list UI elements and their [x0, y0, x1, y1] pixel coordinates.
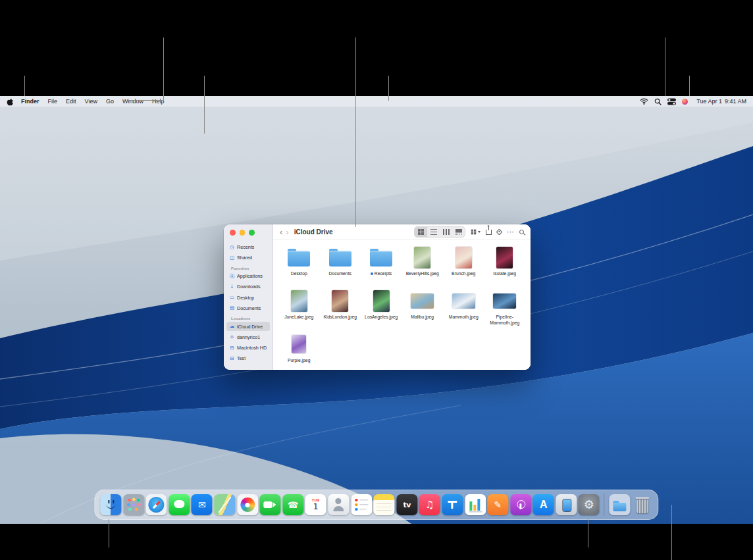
dock-notes[interactable]: [374, 494, 395, 515]
file-name: Purple.jpeg: [288, 358, 310, 364]
trash-callout: [671, 505, 672, 560]
search-icon: [519, 230, 524, 234]
dock-finder[interactable]: [100, 494, 121, 515]
image-thumbnail: [411, 289, 434, 313]
search-button[interactable]: [519, 230, 524, 234]
dock-messages[interactable]: [169, 494, 190, 515]
dock-tv[interactable]: tv: [396, 494, 417, 515]
app-menu-finder[interactable]: Finder: [21, 98, 39, 105]
sidebar-item-test[interactable]: ⊟Test: [226, 354, 270, 363]
menu-bar-clock[interactable]: Tue Apr 19:41 AM: [694, 98, 746, 105]
file-mammoth-jpeg[interactable]: Mammoth.jpeg: [443, 289, 484, 331]
apple-menu[interactable]: [7, 97, 14, 106]
dock-launchpad[interactable]: [123, 494, 144, 515]
sidebar-item-label: dannyrico1: [237, 334, 260, 340]
file-documents[interactable]: Documents: [320, 245, 361, 288]
sidebar-item-documents[interactable]: ▤Documents: [226, 303, 270, 313]
sidebar-item-dannyrico1[interactable]: ⌂dannyrico1: [226, 332, 270, 342]
wifi-icon[interactable]: [640, 98, 648, 105]
sidebar-item-recents[interactable]: ◷Recents: [226, 243, 270, 252]
dock-calendar[interactable]: TUE1: [305, 494, 326, 515]
dock-trash[interactable]: [632, 494, 653, 515]
file-receipts[interactable]: Receipts: [361, 245, 402, 288]
more-button[interactable]: ⋯: [507, 228, 514, 236]
pages-icon: ✎: [487, 494, 508, 515]
dock-facetime[interactable]: [260, 494, 281, 515]
sidebar-item-label: iCloud Drive: [237, 324, 263, 330]
control-center-callout: [689, 76, 690, 96]
spotlight-icon[interactable]: [654, 98, 662, 105]
file-losangeles-jpeg[interactable]: LosAngeles.jpeg: [361, 289, 402, 331]
dock-separator: [604, 494, 604, 516]
dock-phone[interactable]: ☎: [282, 494, 303, 515]
dock-maps[interactable]: [214, 494, 235, 515]
file-beverlyhills-jpeg[interactable]: BeverlyHills.jpeg: [402, 245, 444, 288]
grid-view-icon: [418, 229, 424, 235]
dock-downloads[interactable]: [609, 494, 630, 515]
list-view-icon: [430, 229, 437, 235]
file-junelake-jpeg[interactable]: JuneLake.jpeg: [278, 289, 320, 331]
file-kidslondon-jpeg[interactable]: KidsLondon.jpeg: [320, 289, 361, 331]
sidebar-item-applications[interactable]: ⒶApplications: [226, 272, 270, 281]
folder-icon: [329, 245, 351, 269]
dock-mail[interactable]: ✉: [192, 494, 213, 515]
dock-contacts[interactable]: [328, 494, 349, 515]
control-center-icon[interactable]: [667, 98, 676, 105]
file-purple-jpeg[interactable]: Purple.jpeg: [278, 332, 320, 370]
dock-keynote[interactable]: [442, 494, 463, 515]
dock-iphone-mirroring[interactable]: [556, 494, 577, 515]
downloads-icon: ↓: [229, 284, 235, 290]
view-switcher: [414, 226, 465, 238]
menu-help[interactable]: Help: [152, 98, 165, 105]
folder-icon: [370, 245, 392, 269]
menu-window[interactable]: Window: [122, 98, 143, 105]
image-thumbnail: [493, 289, 516, 313]
close-button[interactable]: [230, 230, 236, 236]
minimize-button[interactable]: [240, 230, 246, 236]
share-button[interactable]: [486, 230, 492, 235]
sidebar-item-downloads[interactable]: ↓Downloads: [226, 282, 270, 292]
dock-app-store[interactable]: A: [533, 494, 554, 515]
forward-button[interactable]: ›: [286, 228, 288, 236]
dock-finder-callout: [109, 519, 109, 547]
sidebar-item-shared[interactable]: ◫Shared: [226, 253, 270, 263]
folder-icon: [288, 245, 310, 269]
column-view-button[interactable]: [440, 227, 452, 237]
menu-bar-status: Tue Apr 19:41 AM: [640, 98, 746, 105]
dock-pages[interactable]: ✎: [487, 494, 508, 515]
file-desktop[interactable]: Desktop: [278, 245, 320, 288]
icon-view-button[interactable]: [415, 227, 427, 237]
sidebar-item-macintosh-hd[interactable]: ⊟Macintosh HD: [226, 344, 270, 353]
zoom-button[interactable]: [249, 230, 255, 236]
file-name: Documents: [329, 271, 351, 277]
menu-bar-time: 9:41 AM: [725, 98, 746, 105]
sidebar-item-desktop[interactable]: ▭Desktop: [226, 293, 270, 302]
dock-photos[interactable]: [237, 494, 258, 515]
group-button[interactable]: [471, 229, 480, 235]
gallery-view-button[interactable]: [452, 227, 465, 237]
file-isolate-jpeg[interactable]: Isolate.jpeg: [484, 245, 526, 288]
file-pipeline-mammoth-jpeg[interactable]: Pipeline-Mammoth.jpeg: [484, 289, 526, 331]
menu-edit[interactable]: Edit: [66, 98, 76, 105]
tag-button[interactable]: [497, 230, 502, 234]
menu-view[interactable]: View: [85, 98, 97, 105]
dock-reminders[interactable]: [351, 494, 372, 515]
menu-bar-date: Tue Apr 1: [696, 98, 722, 105]
dock-numbers[interactable]: [465, 494, 486, 515]
dock-system-settings[interactable]: ⚙: [579, 494, 600, 515]
sidebar-item-icloud-drive[interactable]: ☁iCloud Drive: [226, 322, 270, 331]
dock-safari[interactable]: [146, 494, 167, 515]
menu-file[interactable]: File: [48, 98, 58, 105]
menu-go[interactable]: Go: [106, 98, 114, 105]
app-store-icon: A: [533, 494, 554, 515]
sidebar-item-label: Desktop: [237, 295, 254, 301]
file-brunch-jpeg[interactable]: Brunch.jpeg: [443, 245, 484, 288]
file-name: LosAngeles.jpeg: [365, 315, 398, 320]
siri-icon[interactable]: [682, 99, 688, 105]
file-name: Isolate.jpeg: [493, 271, 516, 277]
back-button[interactable]: ‹: [280, 228, 282, 236]
dock-music[interactable]: ♫: [419, 494, 440, 515]
list-view-button[interactable]: [427, 227, 440, 237]
dock-podcasts[interactable]: [510, 494, 531, 515]
file-malibu-jpeg[interactable]: Malibu.jpeg: [402, 289, 444, 331]
